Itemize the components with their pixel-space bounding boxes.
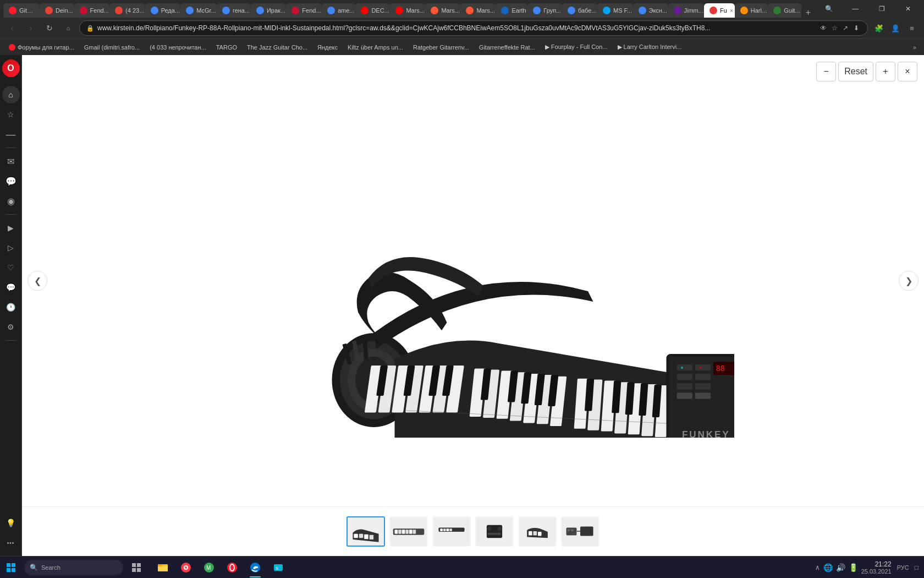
reload-button[interactable]: ↻ [42, 20, 57, 36]
tab-423[interactable]: (4 23... [109, 3, 145, 18]
taskbar-opera[interactable] [221, 557, 243, 579]
taskbar-language[interactable]: РУС [895, 564, 911, 571]
sidebar-startpage-icon[interactable]: ⌂ [2, 86, 20, 103]
tab-earth[interactable]: Earth [496, 3, 527, 18]
taskbar-explorer[interactable] [152, 557, 174, 579]
bookmark-carlton[interactable]: ▶ Larry Carlton Intervi... [613, 41, 686, 53]
zoom-in-button[interactable]: + [876, 62, 895, 81]
tab-grup[interactable]: Груп... [527, 3, 562, 18]
sidebar-messenger-icon[interactable]: ✉ [2, 152, 20, 170]
bookmark-gitarren[interactable]: Gitarreneffekte Rat... [475, 41, 540, 53]
forward-button[interactable]: › [23, 20, 38, 36]
sidebar-chat-icon[interactable]: 💬 [2, 279, 20, 296]
zoom-out-button[interactable]: − [816, 62, 836, 81]
taskbar-app6[interactable]: S [267, 557, 289, 579]
thumbnail-6[interactable] [561, 516, 600, 547]
bookmarks-more[interactable]: » [910, 43, 920, 52]
search-button[interactable]: 🔍 [816, 1, 842, 17]
thumbnail-1[interactable] [346, 516, 385, 547]
tab-reda[interactable]: Реда... [145, 3, 181, 18]
svg-rect-75 [677, 374, 693, 380]
bookmark-unread[interactable]: (4 033 непрочитан... [145, 41, 211, 53]
viewer-close-button[interactable]: × [898, 62, 917, 81]
taskbar-itunes[interactable] [175, 557, 197, 579]
sidebar-bulb-icon[interactable]: 💡 [2, 514, 20, 532]
extensions-button[interactable]: 🧩 [871, 20, 887, 36]
tab-dein[interactable]: Dein... [40, 3, 74, 18]
tab-dec[interactable]: DEC... [355, 3, 390, 18]
next-image-button[interactable]: ❯ [899, 271, 919, 291]
profile-button[interactable]: 👤 [888, 20, 903, 36]
bookmark-gmail[interactable]: Gmail (dimitri.safro... [80, 41, 144, 53]
sidebar-clock-icon[interactable]: 🕐 [2, 298, 20, 316]
taskbar-search[interactable]: 🔍 Search [24, 560, 123, 575]
bookmark-targo[interactable]: TARGO [212, 41, 241, 53]
tab-fu-active[interactable]: Fu × [704, 3, 735, 18]
taskbar-edge[interactable] [244, 557, 266, 579]
tab-guit[interactable]: Guit... [768, 3, 801, 18]
taskbar-notifications-icon[interactable]: □ [915, 564, 919, 571]
new-tab-button[interactable]: + [801, 8, 815, 18]
start-button[interactable] [0, 557, 22, 579]
bookmark-star-icon[interactable]: ☆ [830, 24, 839, 32]
thumbnail-2[interactable] [389, 516, 428, 547]
sidebar-more-icon[interactable]: ••• [2, 534, 20, 552]
menu-button[interactable]: ≡ [904, 20, 920, 36]
tab-gena[interactable]: гена... [217, 3, 251, 18]
taskbar-maps[interactable]: M [198, 557, 220, 579]
taskbar-network-icon[interactable]: 🌐 [823, 563, 833, 572]
sidebar-whatsapp-icon[interactable]: 💬 [2, 172, 20, 190]
tab-ms[interactable]: MS F... [597, 3, 633, 18]
taskbar-battery-icon[interactable]: 🔋 [849, 563, 858, 572]
title-bar: Gitarr... Dein... Fend... (4 23... Реда.… [0, 0, 924, 18]
sidebar-player-icon[interactable]: ▷ [2, 239, 20, 257]
taskbar-clock[interactable]: 21:22 25.03.2021 [861, 560, 892, 575]
sidebar-history-icon[interactable]: — [2, 126, 20, 143]
tab-gitarr[interactable]: Gitarr... [3, 3, 40, 18]
sidebar-video-icon[interactable]: ▶ [2, 219, 20, 237]
tab-babe[interactable]: бабе... [562, 3, 597, 18]
svg-point-110 [498, 527, 502, 531]
bookmark-yandex[interactable]: Яндекс [313, 41, 342, 53]
taskbar-sound-icon[interactable]: 🔊 [836, 563, 845, 572]
tab-jimmy[interactable]: Jimm... [668, 3, 705, 18]
sidebar-instagram-icon[interactable]: ◉ [2, 192, 20, 210]
address-bar[interactable]: 🔒 www.kirstein.de/Rollpiano/Funkey-RP-88… [79, 20, 868, 36]
sidebar-settings-icon[interactable]: ⚙ [2, 318, 20, 336]
minimize-button[interactable]: — [843, 1, 868, 17]
maximize-button[interactable]: ❐ [869, 1, 894, 17]
tab-mars3[interactable]: Mars... [460, 3, 496, 18]
home-button[interactable]: ⌂ [61, 20, 76, 36]
tab-fend2[interactable]: Fend... [286, 3, 322, 18]
tab-mars1[interactable]: Mars... [390, 3, 425, 18]
share-icon[interactable]: ↗ [841, 24, 850, 32]
tab-ame[interactable]: ame... [322, 3, 355, 18]
thumbnail-4[interactable] [475, 516, 514, 547]
thumbnail-5[interactable] [518, 516, 557, 547]
reader-icon[interactable]: 👁 [819, 24, 828, 32]
svg-rect-115 [538, 532, 542, 536]
thumbnail-3[interactable] [432, 516, 471, 547]
tab-irak[interactable]: Ирак... [251, 3, 286, 18]
back-button[interactable]: ‹ [4, 20, 20, 36]
sidebar-heart-icon[interactable]: ♡ [2, 259, 20, 276]
taskbar-tray-up-icon[interactable]: ∧ [815, 564, 820, 571]
tab-mars2[interactable]: Mars... [425, 3, 460, 18]
tab-fend1[interactable]: Fend... [74, 3, 110, 18]
bookmark-fourplay[interactable]: ▶ Fourplay - Full Con... [541, 41, 612, 53]
bookmark-jazz[interactable]: The Jazz Guitar Cho... [243, 41, 312, 53]
bookmark-forums[interactable]: Форумы для гитар... [4, 41, 79, 53]
bookmark-kiltz[interactable]: Kiltz über Amps un... [343, 41, 408, 53]
download-icon[interactable]: ⬇ [852, 24, 861, 32]
tab-harl[interactable]: Harl... [735, 3, 768, 18]
tab-exn[interactable]: Эксн... [633, 3, 668, 18]
bookmark-ratgeber[interactable]: Ratgeber Gitarrenv... [409, 41, 474, 53]
tab-mcgr[interactable]: McGr... [180, 3, 217, 18]
prev-image-button[interactable]: ❮ [28, 271, 47, 291]
close-window-button[interactable]: ✕ [895, 1, 921, 17]
page-content: − Reset + × ❮ [22, 55, 924, 556]
opera-logo-icon[interactable]: O [2, 59, 20, 77]
zoom-reset-button[interactable]: Reset [838, 62, 873, 81]
sidebar-bookmarks-icon[interactable]: ☆ [2, 106, 20, 123]
task-view-button[interactable] [125, 557, 147, 579]
